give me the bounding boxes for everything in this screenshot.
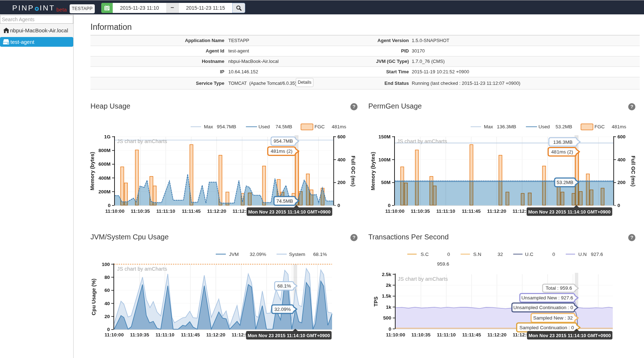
svg-text:0: 0 xyxy=(337,203,340,208)
svg-text:JVM: JVM xyxy=(229,252,239,257)
svg-text:FGC: FGC xyxy=(314,124,325,129)
svg-text:Memory (bytes): Memory (bytes) xyxy=(89,152,95,190)
svg-text:11:12:20: 11:12:20 xyxy=(207,208,226,214)
svg-text:1.5k: 1.5k xyxy=(382,293,392,299)
svg-text:S.C: S.C xyxy=(421,252,429,257)
svg-text:954.7MB: 954.7MB xyxy=(274,138,293,144)
svg-text:74.5MB: 74.5MB xyxy=(276,124,293,129)
svg-text:481ms (2): 481ms (2) xyxy=(271,148,293,154)
svg-text:Unsampled New : 927.6: Unsampled New : 927.6 xyxy=(522,295,573,300)
svg-text:100: 100 xyxy=(102,262,110,267)
svg-text:600: 600 xyxy=(337,134,346,139)
svg-text:Memory (bytes): Memory (bytes) xyxy=(370,152,376,190)
svg-text:JS chart by amCharts: JS chart by amCharts xyxy=(117,266,167,272)
svg-text:S.N: S.N xyxy=(473,252,481,257)
svg-text:Max: Max xyxy=(484,124,493,129)
svg-text:11:11:10: 11:11:10 xyxy=(155,332,174,338)
svg-text:Used: Used xyxy=(538,124,550,129)
svg-text:11:11:10: 11:11:10 xyxy=(157,208,176,214)
svg-text:927.6: 927.6 xyxy=(591,252,603,257)
svg-text:11:10:35: 11:10:35 xyxy=(411,332,431,338)
svg-text:2k: 2k xyxy=(386,283,392,288)
svg-text:1k: 1k xyxy=(386,304,392,310)
svg-text:11:12:20: 11:12:20 xyxy=(206,332,225,338)
svg-text:50M: 50M xyxy=(381,180,391,185)
svg-text:Mon Nov 23 2015 11:14:10 GMT+0: Mon Nov 23 2015 11:14:10 GMT+0900 xyxy=(248,333,330,338)
svg-text:11:10:00: 11:10:00 xyxy=(105,208,124,214)
svg-text:500: 500 xyxy=(383,315,391,321)
svg-text:11:12:20: 11:12:20 xyxy=(487,332,507,338)
svg-text:Total : 959.6: Total : 959.6 xyxy=(546,285,572,291)
svg-text:11:11:45: 11:11:45 xyxy=(182,208,201,214)
svg-text:11:10:00: 11:10:00 xyxy=(386,332,405,338)
svg-text:11:11:45: 11:11:45 xyxy=(181,332,200,338)
svg-text:Cpu Usage (%): Cpu Usage (%) xyxy=(91,279,97,315)
svg-text:FGC: FGC xyxy=(594,124,605,129)
svg-text:Mon Nov 23 2015 11:14:10 GMT+0: Mon Nov 23 2015 11:14:10 GMT+0900 xyxy=(528,333,611,338)
svg-text:System: System xyxy=(289,252,305,257)
svg-text:11:11:10: 11:11:10 xyxy=(437,208,456,214)
svg-text:481ms (2): 481ms (2) xyxy=(551,149,573,155)
svg-text:150M: 150M xyxy=(378,134,391,139)
svg-text:68.1%: 68.1% xyxy=(277,283,291,289)
svg-text:200: 200 xyxy=(617,180,626,185)
svg-text:481ms: 481ms xyxy=(612,124,626,129)
svg-text:400: 400 xyxy=(617,157,626,162)
svg-text:11:10:00: 11:10:00 xyxy=(385,208,404,214)
svg-text:JS chart by amCharts: JS chart by amCharts xyxy=(398,276,448,282)
svg-text:40: 40 xyxy=(104,301,110,306)
svg-text:Mon Nov 23 2015 11:14:10 GMT+0: Mon Nov 23 2015 11:14:10 GMT+0900 xyxy=(248,209,331,215)
svg-text:959.6: 959.6 xyxy=(437,261,449,267)
svg-text:Sampled New : 32: Sampled New : 32 xyxy=(533,315,573,321)
svg-text:11:11:45: 11:11:45 xyxy=(462,332,481,338)
svg-text:200M: 200M xyxy=(98,189,111,194)
svg-text:Sampled Continuation : 0: Sampled Continuation : 0 xyxy=(519,325,574,330)
svg-text:0: 0 xyxy=(552,252,555,257)
svg-text:Full GC (ms): Full GC (ms) xyxy=(630,156,636,187)
svg-text:0: 0 xyxy=(107,327,110,332)
svg-text:11:12:20: 11:12:20 xyxy=(487,208,506,214)
svg-text:600M: 600M xyxy=(98,161,111,167)
svg-text:68.1%: 68.1% xyxy=(313,252,327,257)
svg-text:80: 80 xyxy=(104,275,110,280)
svg-text:100M: 100M xyxy=(378,157,391,162)
svg-text:TPS: TPS xyxy=(373,297,379,307)
svg-text:11:10:35: 11:10:35 xyxy=(131,208,150,214)
svg-text:32: 32 xyxy=(498,252,503,257)
svg-text:Unsampled Continuation : 0: Unsampled Continuation : 0 xyxy=(513,305,573,310)
svg-text:0: 0 xyxy=(388,326,391,332)
svg-text:53.2MB: 53.2MB xyxy=(556,124,573,129)
svg-text:11:10:35: 11:10:35 xyxy=(130,332,149,338)
svg-text:954.7MB: 954.7MB xyxy=(217,124,236,129)
svg-text:400M: 400M xyxy=(98,175,111,181)
svg-text:0: 0 xyxy=(447,252,450,257)
svg-text:JS chart by amCharts: JS chart by amCharts xyxy=(117,138,167,144)
svg-text:Full GC (ms): Full GC (ms) xyxy=(350,156,356,187)
svg-text:20: 20 xyxy=(104,314,110,319)
svg-text:Used: Used xyxy=(258,124,270,129)
svg-text:Mon Nov 23 2015 11:14:10 GMT+0: Mon Nov 23 2015 11:14:10 GMT+0900 xyxy=(528,209,611,215)
svg-text:11:10:35: 11:10:35 xyxy=(411,208,430,214)
svg-text:600: 600 xyxy=(617,134,626,139)
svg-text:0: 0 xyxy=(108,203,111,208)
svg-text:11:11:10: 11:11:10 xyxy=(437,332,456,338)
svg-text:32.09%: 32.09% xyxy=(250,252,266,257)
svg-text:0: 0 xyxy=(388,203,391,208)
svg-text:U.C: U.C xyxy=(525,252,533,257)
svg-text:U.N: U.N xyxy=(578,252,587,257)
svg-text:2.5k: 2.5k xyxy=(382,272,392,277)
svg-text:74.5MB: 74.5MB xyxy=(276,198,293,204)
svg-text:1G: 1G xyxy=(104,134,111,139)
svg-text:53.2MB: 53.2MB xyxy=(557,180,574,185)
svg-text:32.09%: 32.09% xyxy=(274,307,291,312)
svg-text:60: 60 xyxy=(104,288,110,293)
svg-text:136.3MB: 136.3MB xyxy=(553,139,573,145)
svg-text:800M: 800M xyxy=(98,148,111,153)
svg-text:Max: Max xyxy=(204,124,213,129)
svg-text:400: 400 xyxy=(337,157,346,162)
svg-text:200: 200 xyxy=(337,180,346,185)
svg-text:136.3MB: 136.3MB xyxy=(497,124,516,129)
svg-text:11:10:00: 11:10:00 xyxy=(104,332,123,338)
svg-text:JS chart by amCharts: JS chart by amCharts xyxy=(397,138,447,144)
svg-text:11:11:45: 11:11:45 xyxy=(462,208,481,214)
